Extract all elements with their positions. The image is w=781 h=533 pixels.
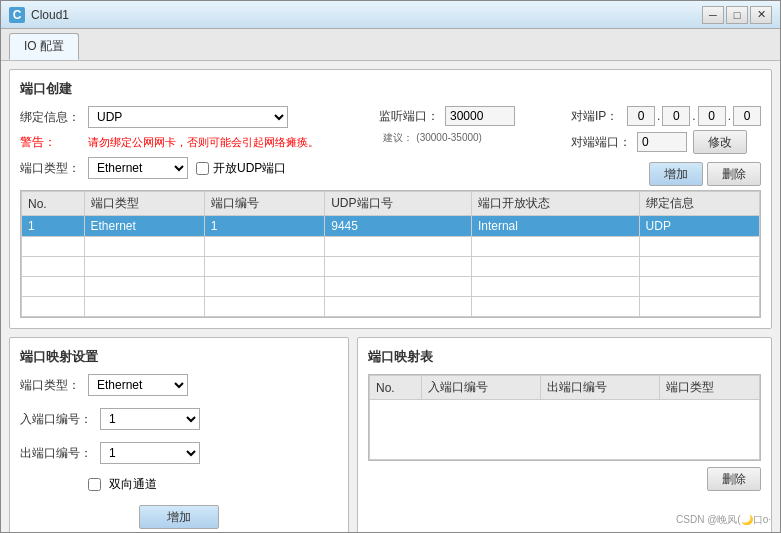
- ip-part-2[interactable]: [662, 106, 690, 126]
- mapping-table-title: 端口映射表: [368, 348, 761, 366]
- map-col-out: 出端口编号: [541, 376, 660, 400]
- tab-bar: IO 配置: [1, 29, 780, 61]
- port-type-label: 端口类型：: [20, 160, 80, 177]
- table-row-empty: [22, 297, 760, 317]
- listen-port-row: 监听端口：: [379, 106, 559, 126]
- bidirectional-row: 双向通道: [20, 476, 338, 493]
- table-row-empty: [22, 237, 760, 257]
- out-port-label: 出端口编号：: [20, 445, 92, 462]
- port-mapping-table-section: 端口映射表 No. 入端口编号 出端口编号 端口类型: [357, 337, 772, 532]
- warning-row: 警告： 请勿绑定公网网卡，否则可能会引起网络瘫痪。: [20, 134, 363, 151]
- port-creation-section: 端口创建 绑定信息： UDP 警告： 请勿绑定公网网卡，否则可能会引起网络瘫痪。: [9, 69, 772, 329]
- out-port-row: 出端口编号： 1: [20, 442, 338, 464]
- col-port-type: 端口类型: [84, 192, 204, 216]
- app-icon: C: [9, 7, 25, 23]
- listen-port-panel: 监听端口： 建议： (30000-35000): [379, 106, 559, 186]
- modify-button[interactable]: 修改: [693, 130, 747, 154]
- port-table-container: No. 端口类型 端口编号 UDP端口号 端口开放状态 绑定信息 1Ethern…: [20, 190, 761, 318]
- mapping-delete-button[interactable]: 删除: [707, 467, 761, 491]
- ip-part-3[interactable]: [698, 106, 726, 126]
- suggest-label: 建议：: [383, 132, 413, 143]
- window-title: Cloud1: [31, 8, 69, 22]
- listen-port-input[interactable]: [445, 106, 515, 126]
- right-panel: 监听端口： 建议： (30000-35000) 对端IP：: [379, 106, 761, 186]
- table-row[interactable]: 1Ethernet19445InternalUDP: [22, 216, 760, 237]
- content-area: 端口创建 绑定信息： UDP 警告： 请勿绑定公网网卡，否则可能会引起网络瘫痪。: [1, 61, 780, 532]
- out-port-select[interactable]: 1: [100, 442, 200, 464]
- remote-ip-row: 对端IP： . . .: [571, 106, 761, 126]
- in-port-label: 入端口编号：: [20, 411, 92, 428]
- in-port-select[interactable]: 1: [100, 408, 200, 430]
- port-table-body: 1Ethernet19445InternalUDP: [22, 216, 760, 317]
- table-row-empty: [22, 257, 760, 277]
- map-port-type-row: 端口类型： Ethernet: [20, 374, 338, 396]
- close-button[interactable]: ✕: [750, 6, 772, 24]
- mapping-table-body: [370, 400, 760, 460]
- open-udp-checkbox[interactable]: [196, 162, 209, 175]
- bidirectional-checkbox[interactable]: [88, 478, 101, 491]
- bind-select[interactable]: UDP: [88, 106, 288, 128]
- ip-part-1[interactable]: [627, 106, 655, 126]
- listen-port-label: 监听端口：: [379, 108, 439, 125]
- table-header-row: No. 端口类型 端口编号 UDP端口号 端口开放状态 绑定信息: [22, 192, 760, 216]
- warning-text: 请勿绑定公网网卡，否则可能会引起网络瘫痪。: [88, 135, 319, 150]
- mapping-table: No. 入端口编号 出端口编号 端口类型: [369, 375, 760, 460]
- main-window: C Cloud1 ─ □ ✕ IO 配置 端口创建 绑定信息：: [0, 0, 781, 533]
- port-table: No. 端口类型 端口编号 UDP端口号 端口开放状态 绑定信息 1Ethern…: [21, 191, 760, 317]
- open-udp-row: 开放UDP端口: [196, 160, 286, 177]
- suggest-text: (30000-35000): [416, 132, 482, 143]
- remote-port-label: 对端端口：: [571, 134, 631, 151]
- col-bind: 绑定信息: [639, 192, 759, 216]
- port-type-select[interactable]: Ethernet: [88, 157, 188, 179]
- action-buttons: 增加 删除: [571, 162, 761, 186]
- map-port-type-select[interactable]: Ethernet: [88, 374, 188, 396]
- map-port-type-label: 端口类型：: [20, 377, 80, 394]
- mapping-add-button[interactable]: 增加: [139, 505, 219, 529]
- table-row-empty: [22, 277, 760, 297]
- ip-inputs: . . .: [627, 106, 761, 126]
- bind-info-row: 绑定信息： UDP: [20, 106, 363, 128]
- title-bar-buttons: ─ □ ✕: [702, 6, 772, 24]
- mapping-settings-title: 端口映射设置: [20, 348, 338, 366]
- warning-label: 警告：: [20, 134, 80, 151]
- tab-io-config[interactable]: IO 配置: [9, 33, 79, 60]
- mapping-table-header: No. 入端口编号 出端口编号 端口类型: [370, 376, 760, 400]
- delete-port-button[interactable]: 删除: [707, 162, 761, 186]
- port-creation-form: 绑定信息： UDP 警告： 请勿绑定公网网卡，否则可能会引起网络瘫痪。 端口类型…: [20, 106, 363, 186]
- remote-port-row: 对端端口： 修改: [571, 130, 761, 154]
- add-port-button[interactable]: 增加: [649, 162, 703, 186]
- map-col-type: 端口类型: [660, 376, 760, 400]
- maximize-button[interactable]: □: [726, 6, 748, 24]
- minimize-button[interactable]: ─: [702, 6, 724, 24]
- in-port-row: 入端口编号： 1: [20, 408, 338, 430]
- port-mapping-settings: 端口映射设置 端口类型： Ethernet 入端口编号： 1: [9, 337, 349, 532]
- port-creation-title: 端口创建: [20, 80, 761, 98]
- bind-label: 绑定信息：: [20, 109, 80, 126]
- remote-ip-label: 对端IP：: [571, 108, 621, 125]
- map-col-in: 入端口编号: [421, 376, 540, 400]
- bidirectional-label: 双向通道: [109, 476, 157, 493]
- ip-part-4[interactable]: [733, 106, 761, 126]
- open-udp-label: 开放UDP端口: [213, 160, 286, 177]
- title-bar: C Cloud1 ─ □ ✕: [1, 1, 780, 29]
- mapping-add-row: 增加: [20, 505, 338, 529]
- suggest-row: 建议： (30000-35000): [383, 130, 559, 145]
- mapping-form: 端口类型： Ethernet 入端口编号： 1 出端口编号：: [20, 374, 338, 532]
- bottom-row: 端口映射设置 端口类型： Ethernet 入端口编号： 1: [9, 337, 772, 532]
- title-bar-left: C Cloud1: [9, 7, 69, 23]
- mapping-table-container: No. 入端口编号 出端口编号 端口类型: [368, 374, 761, 461]
- watermark: CSDN @晚风(🌙口о·: [676, 513, 771, 527]
- empty-row: [370, 400, 760, 460]
- port-type-row: 端口类型： Ethernet 开放UDP端口: [20, 157, 363, 179]
- col-udp-port: UDP端口号: [325, 192, 472, 216]
- col-port-no: 端口编号: [204, 192, 324, 216]
- remote-panel: 对端IP： . . . 对端: [571, 106, 761, 186]
- remote-port-input[interactable]: [637, 132, 687, 152]
- col-status: 端口开放状态: [471, 192, 639, 216]
- col-no: No.: [22, 192, 85, 216]
- mapping-delete-row: 删除: [368, 467, 761, 491]
- map-col-no: No.: [370, 376, 422, 400]
